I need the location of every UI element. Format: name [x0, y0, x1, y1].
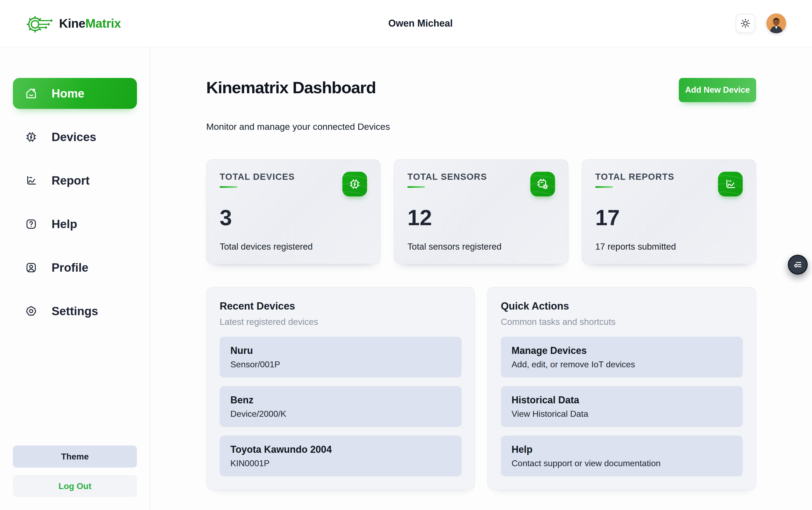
page-subtitle: Monitor and manage your connected Device…: [206, 121, 756, 132]
chip-bolt-icon: [25, 131, 38, 143]
device-name: Nuru: [231, 345, 451, 357]
sidebar-item-label: Home: [52, 87, 84, 100]
recent-device-row[interactable]: Toyota Kawundo 2004 KIN0001P: [220, 435, 461, 476]
sun-icon: [740, 18, 751, 29]
brand-logo: KineMatrix: [26, 12, 121, 35]
quick-actions-panel: Quick Actions Common tasks and shortcuts…: [487, 287, 756, 490]
chart-line-icon: [718, 172, 743, 196]
stat-card-total-devices: TOTAL DEVICES 3 Total devices registered: [206, 159, 381, 264]
sidebar-item-label: Settings: [52, 305, 98, 318]
panel-subtitle: Common tasks and shortcuts: [501, 317, 743, 327]
recent-device-row[interactable]: Nuru Sensor/001P: [220, 337, 461, 377]
sidebar-item-home[interactable]: Home: [13, 78, 137, 109]
stat-label: TOTAL DEVICES: [220, 172, 295, 182]
sidebar-item-settings[interactable]: Settings: [13, 295, 137, 327]
sidebar-item-devices[interactable]: Devices: [13, 121, 137, 152]
brand-name: KineMatrix: [59, 16, 121, 31]
action-description: View Historical Data: [512, 409, 732, 419]
stat-card-total-sensors: TOTAL SENSORS 12 Total senso: [394, 159, 568, 264]
quick-action-manage-devices[interactable]: Manage Devices Add, edit, or remove IoT …: [501, 337, 743, 377]
panel-title: Quick Actions: [501, 301, 743, 312]
add-new-device-button[interactable]: Add New Device: [679, 78, 756, 102]
help-icon: [25, 218, 38, 231]
sidebar-item-help[interactable]: Help: [13, 208, 137, 239]
stats-row: TOTAL DEVICES 3 Total devices registered: [206, 159, 756, 264]
stat-label: TOTAL SENSORS: [407, 172, 487, 182]
page-title: Kinematrix Dashboard: [206, 78, 376, 97]
chip-gear-icon: [530, 172, 555, 196]
sidebar-item-label: Help: [52, 217, 77, 231]
device-name: Toyota Kawundo 2004: [231, 444, 451, 455]
stat-caption: Total devices registered: [220, 242, 367, 252]
stat-value: 12: [407, 207, 555, 229]
stat-label: TOTAL REPORTS: [595, 172, 674, 182]
stat-underline: [220, 186, 237, 188]
stat-caption: Total sensors registered: [407, 242, 555, 252]
stat-card-total-reports: TOTAL REPORTS 17 17 reports submitted: [582, 159, 756, 264]
stat-underline: [595, 186, 613, 188]
action-name: Manage Devices: [512, 345, 732, 357]
stat-underline: [407, 186, 425, 188]
changelog-list-icon: [792, 259, 803, 270]
theme-toggle-button[interactable]: [736, 14, 755, 33]
panel-title: Recent Devices: [220, 301, 461, 312]
panels-row: Recent Devices Latest registered devices…: [206, 287, 756, 490]
action-name: Historical Data: [512, 394, 732, 406]
stat-value: 3: [220, 207, 367, 229]
sidebar-item-label: Profile: [52, 261, 88, 274]
recent-device-row[interactable]: Benz Device/2000/K: [220, 386, 461, 427]
sidebar-item-profile[interactable]: Profile: [13, 252, 137, 283]
device-name: Benz: [231, 394, 451, 406]
device-id: Device/2000/K: [231, 409, 451, 419]
recent-devices-panel: Recent Devices Latest registered devices…: [206, 287, 475, 490]
main-content: Kinematrix Dashboard Add New Device Moni…: [150, 47, 812, 510]
sidebar: Home Devices Report: [0, 47, 150, 510]
device-id: KIN0001P: [231, 458, 451, 469]
theme-button[interactable]: Theme: [13, 446, 137, 468]
profile-icon: [25, 261, 38, 274]
user-avatar[interactable]: [766, 13, 786, 33]
feedback-widget-button[interactable]: [788, 255, 808, 275]
chip-bolt-icon: [342, 172, 367, 196]
device-id: Sensor/001P: [231, 359, 451, 369]
action-description: Add, edit, or remove IoT devices: [512, 359, 732, 369]
stat-caption: 17 reports submitted: [595, 242, 743, 252]
top-header: KineMatrix Owen Micheal: [0, 0, 812, 47]
sidebar-item-label: Report: [52, 174, 90, 187]
header-user-name: Owen Micheal: [388, 18, 453, 29]
panel-subtitle: Latest registered devices: [220, 317, 461, 327]
sidebar-item-label: Devices: [52, 130, 96, 144]
quick-action-help[interactable]: Help Contact support or view documentati…: [501, 435, 743, 476]
action-name: Help: [512, 444, 732, 455]
quick-action-historical-data[interactable]: Historical Data View Historical Data: [501, 386, 743, 427]
settings-nut-icon: [25, 305, 38, 318]
stat-value: 17: [595, 207, 743, 229]
avatar-illustration: [766, 13, 786, 33]
chart-line-icon: [25, 174, 38, 187]
action-description: Contact support or view documentation: [512, 458, 732, 469]
home-icon: [25, 87, 38, 100]
sidebar-item-report[interactable]: Report: [13, 165, 137, 196]
gear-circuit-icon: [26, 12, 55, 35]
logout-button[interactable]: Log Out: [13, 475, 137, 497]
